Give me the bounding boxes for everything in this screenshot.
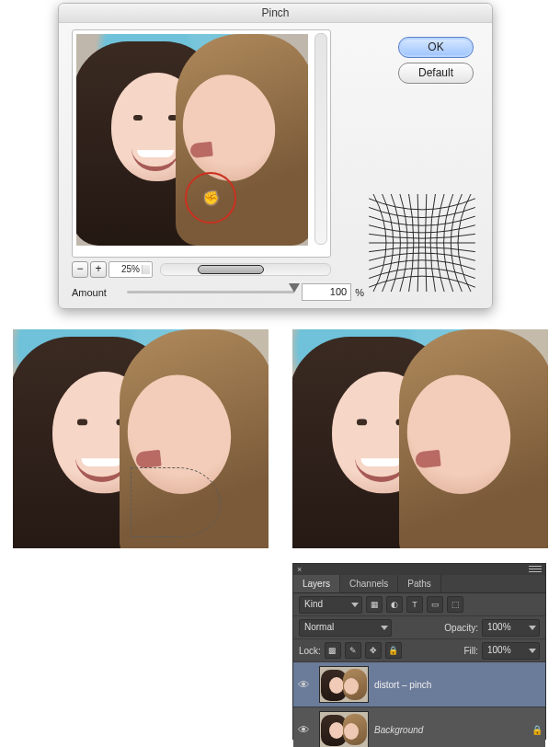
layer-thumbnail[interactable] (319, 711, 369, 747)
layer-lock-icon: 🔒 (529, 725, 545, 735)
amount-input[interactable]: 100 (302, 283, 351, 301)
type-filter-icon[interactable]: T (406, 596, 423, 613)
image-filter-icon[interactable]: ▦ (366, 596, 383, 613)
fill-field[interactable]: 100% (482, 642, 540, 660)
panel-tabs: Layers Channels Paths (293, 575, 545, 593)
opacity-field[interactable]: 100% (482, 619, 540, 637)
lock-fill-row: Lock: ▩ ✎ ✥ 🔒 Fill: 100% (293, 639, 545, 662)
lock-transparent-icon[interactable]: ▩ (325, 642, 341, 659)
dialog-title: Pinch (261, 6, 289, 19)
default-button[interactable]: Default (398, 63, 474, 84)
preview-frame: ✊ (72, 29, 331, 258)
panel-topbar[interactable]: × (293, 564, 545, 575)
lock-move-icon[interactable]: ✥ (365, 642, 382, 659)
kind-dropdown[interactable]: Kind (299, 596, 362, 614)
tab-paths[interactable]: Paths (398, 575, 441, 592)
layers-panel: × Layers Channels Paths Kind ▦ ◐ T ▭ ⬚ N… (292, 563, 546, 740)
amount-control: Amount 100 % (72, 283, 364, 301)
lock-all-icon[interactable]: 🔒 (385, 642, 402, 659)
tab-channels[interactable]: Channels (340, 575, 398, 592)
tab-layers[interactable]: Layers (293, 575, 340, 592)
lasso-selection-icon (131, 467, 221, 537)
shape-filter-icon[interactable]: ▭ (427, 596, 443, 613)
layer-name[interactable]: Background (374, 725, 529, 735)
layer-name[interactable]: distort – pinch (374, 680, 545, 690)
visibility-toggle[interactable]: 👁 (293, 678, 314, 692)
zoom-out-button[interactable]: − (72, 261, 88, 278)
effect-center-marker[interactable]: ✊ (185, 172, 236, 224)
slider-knob-icon[interactable] (289, 283, 300, 293)
scrollbar-thumb[interactable] (198, 265, 264, 274)
distortion-mesh-icon (369, 194, 475, 292)
zoom-value-field[interactable]: 25% (109, 261, 153, 278)
amount-unit: % (355, 287, 364, 298)
smartobj-filter-icon[interactable]: ⬚ (447, 596, 463, 613)
filter-preview[interactable]: ✊ (76, 34, 308, 246)
layer-thumbnail[interactable] (319, 666, 369, 703)
zoom-controls: − + 25% (72, 261, 331, 278)
opacity-label: Opacity: (444, 623, 478, 633)
fill-label: Fill: (463, 646, 478, 656)
layer-row[interactable]: 👁 Background 🔒 (293, 707, 545, 747)
lock-brush-icon[interactable]: ✎ (345, 642, 361, 659)
visibility-toggle[interactable]: 👁 (293, 723, 314, 737)
dialog-titlebar[interactable]: Pinch (59, 4, 492, 23)
layer-row[interactable]: 👁 distort – pinch (293, 662, 545, 707)
zoom-in-button[interactable]: + (90, 261, 107, 278)
hand-grab-cursor-icon: ✊ (203, 190, 219, 205)
panel-menu-icon[interactable] (529, 566, 542, 573)
blend-opacity-row: Normal Opacity: 100% (293, 616, 545, 639)
adjustment-filter-icon[interactable]: ◐ (386, 596, 403, 613)
amount-label: Amount (72, 287, 120, 298)
layer-list: 👁 distort – pinch 👁 Background 🔒 (293, 662, 545, 747)
preview-horizontal-scrollbar[interactable] (160, 263, 331, 276)
after-image (292, 329, 548, 548)
blend-mode-dropdown[interactable]: Normal (299, 619, 392, 637)
before-image (13, 329, 269, 548)
amount-slider[interactable] (127, 291, 294, 293)
panel-close-button[interactable]: × (297, 565, 302, 574)
lock-label: Lock: (299, 646, 321, 656)
ok-button[interactable]: OK (398, 37, 474, 58)
preview-vertical-scrollbar[interactable] (314, 33, 327, 245)
filter-kind-row: Kind ▦ ◐ T ▭ ⬚ (293, 593, 545, 616)
pinch-dialog: Pinch ✊ − + 25% Amount 100 % (58, 3, 493, 309)
